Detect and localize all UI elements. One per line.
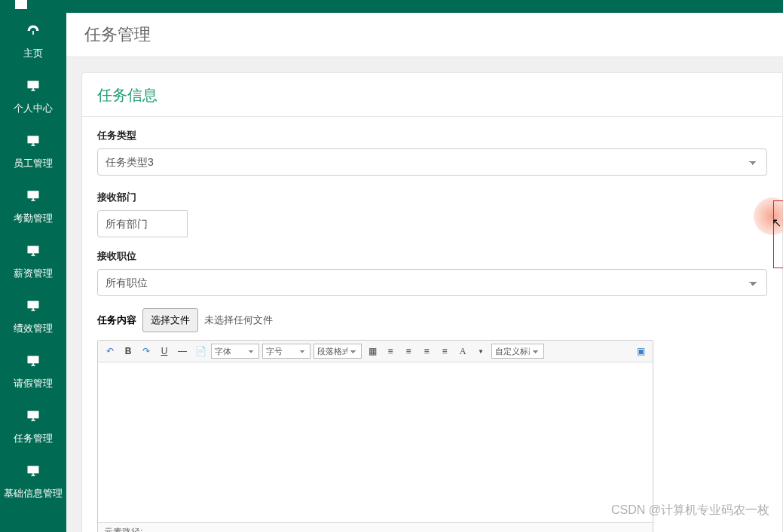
sidebar: 主页 个人中心 员工管理 考勤管理 薪资管理 绩效管理 请假管理 任务管理 xyxy=(0,0,66,532)
rich-text-editor: ↶ B ↷ U — 📄 字体 字号 段落格式 ▦ ≡ ≡ ≡ xyxy=(97,340,653,532)
nav-label: 员工管理 xyxy=(14,157,53,169)
align-justify-icon[interactable]: ≡ xyxy=(437,344,452,359)
align-left-icon[interactable]: ≡ xyxy=(383,344,398,359)
nav-attendance[interactable]: 考勤管理 xyxy=(0,178,66,233)
nav-salary[interactable]: 薪资管理 xyxy=(0,233,66,288)
monitor-icon xyxy=(0,408,66,427)
font-family-select[interactable]: 字体 xyxy=(211,344,259,359)
logo xyxy=(0,0,66,13)
monitor-icon xyxy=(0,353,66,372)
nav-label: 主页 xyxy=(23,47,43,59)
monitor-icon xyxy=(0,298,66,317)
paragraph-select[interactable]: 段落格式 xyxy=(314,344,362,359)
monitor-icon xyxy=(0,188,66,207)
underline-icon[interactable]: U xyxy=(157,344,172,359)
nav-label: 任务管理 xyxy=(14,433,53,444)
strikethrough-icon[interactable]: — xyxy=(175,344,190,359)
nav-leave[interactable]: 请假管理 xyxy=(0,343,66,398)
nav-performance[interactable]: 绩效管理 xyxy=(0,288,66,343)
monitor-icon xyxy=(0,243,66,262)
editor-content[interactable] xyxy=(98,362,653,522)
nav-label: 绩效管理 xyxy=(14,323,53,334)
fullscreen-icon[interactable]: ▣ xyxy=(633,344,648,359)
panel-title: 任务信息 xyxy=(82,73,782,117)
bold-icon[interactable]: B xyxy=(121,344,136,359)
nav-label: 请假管理 xyxy=(14,378,53,389)
page-title: 任务管理 xyxy=(66,13,783,57)
redo-icon[interactable]: ↷ xyxy=(139,344,154,359)
monitor-icon xyxy=(0,463,66,482)
nav-basic-info[interactable]: 基础信息管理 xyxy=(0,453,66,508)
nav-label: 基础信息管理 xyxy=(4,488,63,499)
nav-label: 个人中心 xyxy=(14,102,53,114)
font-color-icon[interactable]: A xyxy=(455,344,470,359)
align-right-icon[interactable]: ≡ xyxy=(419,344,434,359)
font-size-select[interactable]: 字号 xyxy=(262,344,310,359)
task-type-select[interactable]: 任务类型3 xyxy=(97,148,767,176)
monitor-icon xyxy=(0,78,66,97)
document-icon[interactable]: 📄 xyxy=(193,344,208,359)
file-status: 未选择任何文件 xyxy=(204,313,273,327)
table-icon[interactable]: ▦ xyxy=(365,344,380,359)
monitor-icon xyxy=(0,133,66,152)
form-panel: 任务信息 任务类型 任务类型3 接收部门 所有部门 xyxy=(81,72,783,532)
dept-select[interactable]: 所有部门 xyxy=(97,210,188,237)
dashboard-icon xyxy=(0,23,66,42)
main: 任务管理 任务信息 任务类型 任务类型3 接收部门 xyxy=(66,0,783,532)
content-label: 任务内容 xyxy=(97,313,136,327)
nav-home[interactable]: 主页 xyxy=(0,13,66,68)
custom-title-select[interactable]: 自定义标题 xyxy=(491,344,544,359)
position-select[interactable]: 所有职位 xyxy=(97,269,767,296)
dept-label: 接收部门 xyxy=(97,191,188,204)
nav-label: 薪资管理 xyxy=(14,268,53,279)
nav-employee[interactable]: 员工管理 xyxy=(0,123,66,178)
nav-task[interactable]: 任务管理 xyxy=(0,398,66,453)
align-center-icon[interactable]: ≡ xyxy=(401,344,416,359)
undo-icon[interactable]: ↶ xyxy=(102,344,118,359)
editor-path: 元素路径: xyxy=(98,522,653,532)
task-type-label: 任务类型 xyxy=(97,129,767,142)
choose-file-button[interactable]: 选择文件 xyxy=(142,308,198,332)
nav-profile[interactable]: 个人中心 xyxy=(0,68,66,123)
position-label: 接收职位 xyxy=(97,249,767,263)
nav-label: 考勤管理 xyxy=(14,212,53,224)
editor-toolbar: ↶ B ↷ U — 📄 字体 字号 段落格式 ▦ ≡ ≡ ≡ xyxy=(98,341,653,362)
color-dropdown-icon[interactable]: ▼ xyxy=(473,344,488,359)
topbar xyxy=(66,0,783,13)
